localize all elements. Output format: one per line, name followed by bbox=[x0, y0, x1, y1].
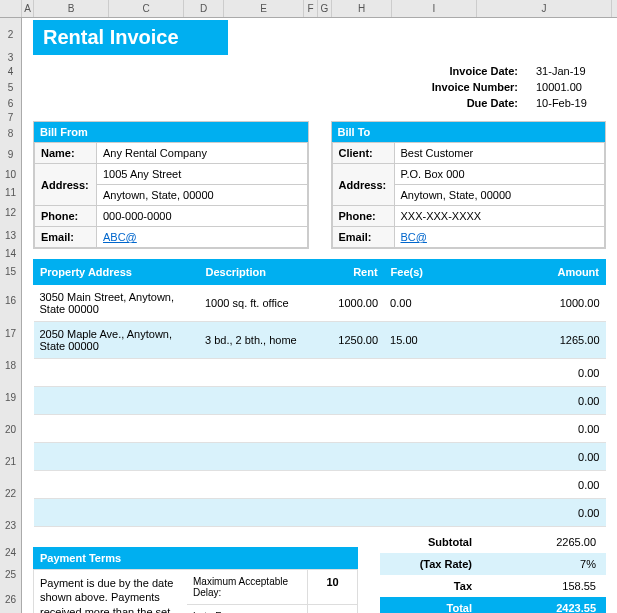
table-row[interactable]: 0.00 bbox=[34, 359, 606, 387]
cell-description[interactable] bbox=[199, 415, 318, 443]
cell-amount[interactable]: 0.00 bbox=[450, 359, 605, 387]
cell-description[interactable] bbox=[199, 387, 318, 415]
cell-amount[interactable]: 1000.00 bbox=[450, 285, 605, 322]
table-row[interactable]: 0.00 bbox=[34, 499, 606, 527]
from-phone[interactable]: 000-000-0000 bbox=[97, 206, 308, 227]
invoice-number-label: Invoice Number: bbox=[408, 79, 518, 95]
tax-rate-label: (Tax Rate) bbox=[380, 558, 486, 570]
cell-property[interactable]: 2050 Maple Ave., Anytown, State 00000 bbox=[34, 322, 199, 359]
col-H[interactable]: H bbox=[332, 0, 392, 17]
invoice-title: Rental Invoice bbox=[33, 20, 228, 55]
col-description: Description bbox=[199, 260, 318, 285]
cell-fee[interactable] bbox=[384, 443, 450, 471]
cell-description[interactable] bbox=[199, 443, 318, 471]
table-row[interactable]: 0.00 bbox=[34, 443, 606, 471]
cell-rent[interactable] bbox=[318, 443, 384, 471]
cell-amount[interactable]: 0.00 bbox=[450, 387, 605, 415]
col-B[interactable]: B bbox=[34, 0, 109, 17]
to-client[interactable]: Best Customer bbox=[394, 143, 605, 164]
invoice-date[interactable]: 31-Jan-19 bbox=[536, 63, 606, 79]
cell-rent[interactable] bbox=[318, 359, 384, 387]
invoice-date-label: Invoice Date: bbox=[408, 63, 518, 79]
cell-rent[interactable]: 1250.00 bbox=[318, 322, 384, 359]
col-I[interactable]: I bbox=[392, 0, 477, 17]
late-fee[interactable]: 1.50% bbox=[307, 605, 357, 613]
total-label: Total bbox=[380, 602, 486, 613]
from-email-link[interactable]: ABC@ bbox=[103, 231, 137, 243]
subtotal-label: Subtotal bbox=[380, 536, 486, 548]
cell-description[interactable]: 1000 sq. ft. office bbox=[199, 285, 318, 322]
tax-rate[interactable]: 7% bbox=[486, 558, 606, 570]
invoice-number[interactable]: 10001.00 bbox=[536, 79, 606, 95]
col-G[interactable]: G bbox=[318, 0, 332, 17]
cell-amount[interactable]: 0.00 bbox=[450, 471, 605, 499]
cell-property[interactable] bbox=[34, 359, 199, 387]
cell-rent[interactable] bbox=[318, 415, 384, 443]
table-row[interactable]: 0.00 bbox=[34, 471, 606, 499]
to-phone[interactable]: XXX-XXX-XXXX bbox=[394, 206, 605, 227]
tax-label: Tax bbox=[380, 580, 486, 592]
cell-fee[interactable] bbox=[384, 415, 450, 443]
col-fee: Fee(s) bbox=[384, 260, 450, 285]
cell-fee[interactable] bbox=[384, 471, 450, 499]
bill-to-box: Bill To Client:Best Customer Address:P.O… bbox=[331, 121, 607, 249]
col-A[interactable]: A bbox=[22, 0, 34, 17]
late-fee-label: Late Fee: bbox=[187, 605, 307, 613]
bill-to-header: Bill To bbox=[332, 122, 606, 142]
from-address-1[interactable]: 1005 Any Street bbox=[97, 164, 308, 185]
cell-fee[interactable] bbox=[384, 359, 450, 387]
row-headers: 2 3 4 5 6 7 8 9 10 11 12 13 14 15 16 17 … bbox=[0, 18, 22, 613]
cell-fee[interactable]: 15.00 bbox=[384, 322, 450, 359]
cell-fee[interactable]: 0.00 bbox=[384, 285, 450, 322]
due-date-label: Due Date: bbox=[408, 95, 518, 111]
cell-amount[interactable]: 0.00 bbox=[450, 499, 605, 527]
col-C[interactable]: C bbox=[109, 0, 184, 17]
cell-property[interactable] bbox=[34, 415, 199, 443]
cell-property[interactable]: 3050 Main Street, Anytown, State 00000 bbox=[34, 285, 199, 322]
payment-terms-text: Payment is due by the date shown above. … bbox=[34, 570, 187, 613]
from-phone-label: Phone: bbox=[35, 206, 97, 227]
due-date[interactable]: 10-Feb-19 bbox=[536, 95, 606, 111]
to-email-link[interactable]: BC@ bbox=[401, 231, 427, 243]
cell-description[interactable]: 3 bd., 2 bth., home bbox=[199, 322, 318, 359]
cell-description[interactable] bbox=[199, 499, 318, 527]
col-E[interactable]: E bbox=[224, 0, 304, 17]
from-address-label: Address: bbox=[35, 164, 97, 206]
cell-description[interactable] bbox=[199, 359, 318, 387]
table-row[interactable]: 0.00 bbox=[34, 415, 606, 443]
cell-property[interactable] bbox=[34, 499, 199, 527]
table-row[interactable]: 0.00 bbox=[34, 387, 606, 415]
col-D[interactable]: D bbox=[184, 0, 224, 17]
table-row[interactable]: 2050 Maple Ave., Anytown, State 000003 b… bbox=[34, 322, 606, 359]
col-J[interactable]: J bbox=[477, 0, 612, 17]
cell-fee[interactable] bbox=[384, 387, 450, 415]
table-row[interactable]: 3050 Main Street, Anytown, State 0000010… bbox=[34, 285, 606, 322]
cell-property[interactable] bbox=[34, 471, 199, 499]
subtotal: 2265.00 bbox=[486, 536, 606, 548]
cell-rent[interactable] bbox=[318, 387, 384, 415]
to-client-label: Client: bbox=[332, 143, 394, 164]
cell-fee[interactable] bbox=[384, 499, 450, 527]
cell-property[interactable] bbox=[34, 387, 199, 415]
to-phone-label: Phone: bbox=[332, 206, 394, 227]
from-email-label: Email: bbox=[35, 227, 97, 248]
total: 2423.55 bbox=[486, 602, 606, 613]
col-F[interactable]: F bbox=[304, 0, 318, 17]
tax: 158.55 bbox=[486, 580, 606, 592]
cell-amount[interactable]: 1265.00 bbox=[450, 322, 605, 359]
from-address-2[interactable]: Anytown, State, 00000 bbox=[97, 185, 308, 206]
line-items-table: Property Address Description Rent Fee(s)… bbox=[33, 259, 606, 527]
to-address-2[interactable]: Anytown, State, 00000 bbox=[394, 185, 605, 206]
cell-amount[interactable]: 0.00 bbox=[450, 415, 605, 443]
from-name[interactable]: Any Rental Company bbox=[97, 143, 308, 164]
max-delay[interactable]: 10 bbox=[307, 570, 357, 604]
cell-rent[interactable] bbox=[318, 499, 384, 527]
cell-rent[interactable] bbox=[318, 471, 384, 499]
payment-terms-header: Payment Terms bbox=[33, 547, 358, 569]
cell-rent[interactable]: 1000.00 bbox=[318, 285, 384, 322]
cell-property[interactable] bbox=[34, 443, 199, 471]
cell-description[interactable] bbox=[199, 471, 318, 499]
cell-amount[interactable]: 0.00 bbox=[450, 443, 605, 471]
col-amount: Amount bbox=[450, 260, 605, 285]
to-address-1[interactable]: P.O. Box 000 bbox=[394, 164, 605, 185]
